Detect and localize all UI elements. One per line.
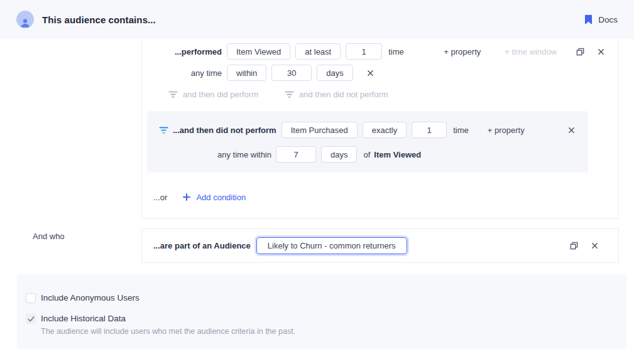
avatar [16, 11, 34, 28]
condition-group-card: ...performed Item Viewed at least time +… [141, 39, 619, 219]
sub-condition-card: ...and then did not perform Item Purchas… [147, 111, 588, 173]
window-operator-select[interactable]: within [227, 65, 266, 81]
sub-window-unit-select[interactable]: days [321, 146, 357, 163]
anonymous-users-label: Include Anonymous Users [41, 293, 139, 303]
frequency-count-input[interactable] [346, 43, 382, 60]
sub-reference-event: Item Viewed [374, 150, 421, 159]
anonymous-users-checkbox[interactable] [26, 293, 36, 303]
historical-data-label: Include Historical Data [41, 314, 295, 324]
or-row: ...or Add condition [153, 191, 618, 203]
or-label: ...or [153, 193, 167, 202]
page-title: This audience contains... [42, 14, 156, 25]
add-property-link[interactable]: + property [444, 47, 481, 56]
sub-window-value-input[interactable] [276, 146, 316, 163]
audience-row: ...are part of an Audience Likely to Chu… [142, 229, 618, 262]
remove-audience-condition-button[interactable] [591, 242, 598, 249]
filter-icon [285, 90, 294, 99]
add-condition-label: Add condition [196, 193, 246, 202]
historical-data-checkbox[interactable] [26, 314, 36, 324]
frequency-operator-select[interactable]: at least [295, 43, 341, 60]
then-did-not-perform-label: and then did not perform [299, 90, 388, 99]
bookmark-icon [584, 14, 593, 24]
filter-icon-active [159, 126, 168, 134]
performed-row: ...performed Item Viewed at least time +… [156, 42, 604, 61]
of-label: of [363, 150, 370, 159]
docs-label: Docs [598, 15, 618, 24]
window-unit-select[interactable]: days [317, 65, 353, 81]
check-icon [28, 316, 35, 323]
remove-sub-condition-button[interactable] [568, 127, 575, 134]
close-icon [598, 48, 604, 55]
close-icon [568, 127, 575, 134]
plus-icon [183, 193, 190, 201]
sub-condition-row: ...and then did not perform Item Purchas… [147, 121, 588, 139]
row-actions: + property + time window [444, 47, 604, 56]
any-time-label: any time [156, 68, 222, 78]
sub-window-label: any time within [217, 150, 271, 159]
sub-event-select[interactable]: Item Purchased [281, 122, 358, 138]
historical-data-option: Include Historical Data The audience wil… [26, 314, 626, 336]
duplicate-condition-button[interactable] [576, 47, 585, 56]
docs-link[interactable]: Docs [584, 14, 618, 24]
event-select[interactable]: Item Viewed [227, 43, 290, 60]
add-then-did-not-perform[interactable]: and then did not perform [285, 90, 388, 99]
add-time-window-link: + time window [505, 47, 557, 56]
remove-condition-button[interactable] [598, 48, 604, 55]
window-value-input[interactable] [271, 65, 312, 81]
person-icon [19, 17, 31, 28]
time-window-row: any time within days [156, 63, 604, 82]
sub-add-property-link[interactable]: + property [488, 126, 525, 135]
anonymous-users-option: Include Anonymous Users [26, 293, 626, 303]
close-icon [591, 242, 598, 249]
filter-icon [168, 90, 178, 99]
audience-condition-label: ...are part of an Audience [153, 241, 251, 250]
remove-time-window-button[interactable] [367, 70, 374, 77]
duplicate-audience-condition-button[interactable] [569, 241, 579, 250]
performed-label: ...performed [156, 47, 222, 56]
and-who-label: And who [33, 232, 65, 241]
audience-condition-card: ...are part of an Audience Likely to Chu… [141, 228, 619, 263]
audience-header: This audience contains... Docs [0, 0, 634, 39]
sub-count-input[interactable] [412, 122, 447, 138]
add-condition-button[interactable]: Add condition [183, 193, 246, 202]
add-then-did-perform[interactable]: and then did perform [168, 90, 258, 99]
audience-select[interactable]: Likely to Churn - common returners [256, 237, 407, 254]
sequence-options-row: and then did perform and then did not pe… [168, 88, 618, 100]
historical-data-description: The audience will include users who met … [41, 327, 295, 336]
then-did-perform-label: and then did perform [183, 90, 258, 99]
time-unit-label: time [388, 47, 404, 56]
options-panel: Include Anonymous Users Include Historic… [17, 274, 626, 349]
sub-time-unit-label: time [453, 126, 469, 135]
sub-time-window-row: any time within days of Item Viewed [147, 146, 588, 163]
duplicate-icon [569, 241, 579, 250]
sub-operator-select[interactable]: exactly [363, 122, 407, 138]
close-icon [367, 70, 374, 77]
duplicate-icon [576, 47, 585, 56]
sub-condition-label: ...and then did not perform [173, 126, 276, 135]
